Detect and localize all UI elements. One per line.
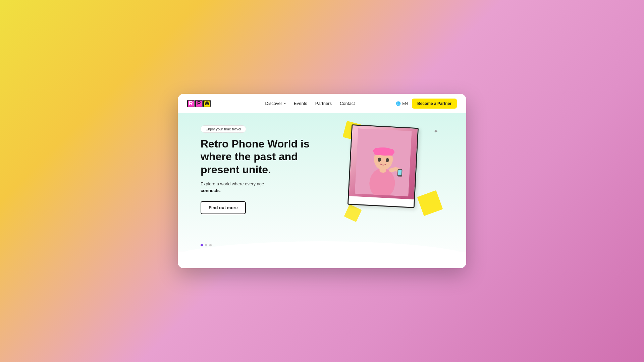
language-label: EN [402, 101, 408, 106]
logo-p: P [195, 100, 203, 107]
globe-icon: 🌐 [396, 101, 401, 106]
person-illustration [355, 128, 412, 196]
nav-partners[interactable]: Partners [315, 101, 332, 106]
find-out-more-button[interactable]: Find out more [201, 201, 246, 214]
svg-rect-12 [398, 170, 402, 175]
hero-title: Retro Phone World is where the past and … [201, 137, 311, 176]
nav-contact[interactable]: Contact [340, 101, 355, 106]
nav-discover[interactable]: Discover [265, 101, 286, 106]
nav-events[interactable]: Events [294, 101, 307, 106]
logo-w: W [203, 100, 211, 107]
nav-links: Discover Events Partners Contact [224, 101, 396, 106]
hero-text: Enjoy your time travel Retro Phone World… [201, 123, 343, 214]
hero-area: Enjoy your time travel Retro Phone World… [178, 113, 466, 244]
carousel-dot-1[interactable] [201, 244, 203, 246]
main-content: Enjoy your time travel Retro Phone World… [178, 113, 466, 268]
nav-right: 🌐 EN Become a Partner [396, 99, 457, 109]
hero-subtitle: Explore a world where every age connects… [201, 181, 294, 194]
yellow-deco-2 [417, 190, 443, 216]
logo-r: R [187, 100, 195, 107]
hero-badge: Enjoy your time travel [201, 125, 246, 133]
language-selector[interactable]: 🌐 EN [396, 101, 408, 106]
logo[interactable]: R P W [187, 100, 211, 107]
svg-rect-8 [374, 148, 393, 156]
carousel-dot-3[interactable] [209, 244, 212, 246]
carousel-dot-2[interactable] [205, 244, 207, 246]
navbar: R P W Discover Events Partners Contact 🌐… [178, 94, 466, 113]
browser-window: R P W Discover Events Partners Contact 🌐… [178, 94, 466, 268]
hero-photo-polaroid [347, 124, 419, 208]
photo-inner [349, 125, 418, 199]
become-partner-button[interactable]: Become a Partner [412, 99, 457, 109]
star-decoration: ✦ [433, 128, 438, 135]
hero-image-area: ✦ [343, 123, 443, 227]
yellow-deco-3 [344, 204, 362, 222]
